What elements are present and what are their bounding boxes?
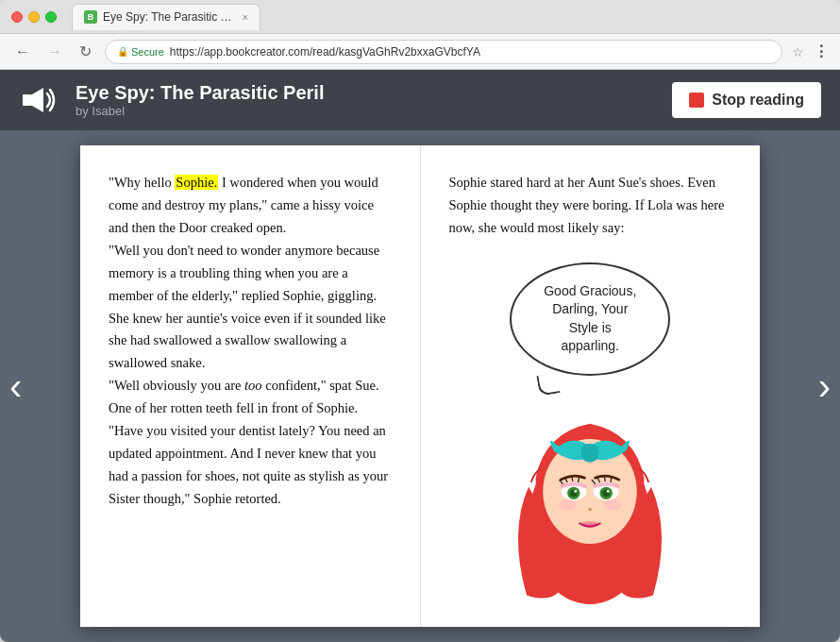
- tab-title: Eye Spy: The Parasitic Peril by ...: [103, 10, 235, 24]
- back-button[interactable]: ←: [11, 42, 34, 61]
- more-options-button[interactable]: ⋮: [814, 42, 829, 60]
- speaker-button[interactable]: [19, 79, 60, 121]
- app-header: Eye Spy: The Parasitic Peril by Isabel S…: [0, 70, 840, 130]
- lock-icon: 🔒: [117, 46, 128, 57]
- svg-rect-0: [23, 94, 32, 106]
- maximize-button[interactable]: [45, 11, 57, 23]
- bookmark-button[interactable]: ☆: [792, 44, 804, 59]
- right-text: Sophie stared hard at her Aunt Sue's sho…: [449, 172, 732, 240]
- svg-point-5: [581, 444, 599, 458]
- italic-word: too: [244, 378, 262, 393]
- illustration: Good Gracious,Darling, YourStyle isappar…: [449, 255, 732, 604]
- book-title-section: Eye Spy: The Parasitic Peril by Isabel: [76, 82, 657, 118]
- url-bar: ← → ↻ 🔒 Secure https://app.bookcreator.c…: [0, 34, 840, 70]
- browser-window: B Eye Spy: The Parasitic Peril by ... × …: [0, 0, 840, 642]
- next-page-button[interactable]: ›: [809, 358, 840, 414]
- left-text: "Why hello Sophie. I wondered when you w…: [109, 175, 388, 506]
- svg-line-13: [579, 477, 580, 482]
- close-button[interactable]: [11, 11, 23, 23]
- svg-marker-1: [32, 88, 43, 112]
- speaker-icon: [23, 86, 57, 114]
- speech-bubble-text: Good Gracious,Darling, YourStyle isappar…: [544, 282, 636, 356]
- url-display: https://app.bookcreator.com/read/kasgVaG…: [170, 45, 770, 59]
- forward-button[interactable]: →: [43, 42, 66, 61]
- minimize-button[interactable]: [28, 11, 40, 23]
- stop-reading-button[interactable]: Stop reading: [672, 82, 821, 118]
- traffic-lights: [11, 11, 57, 23]
- svg-point-24: [604, 499, 622, 510]
- prev-page-button[interactable]: ‹: [0, 358, 31, 414]
- character-svg: [496, 397, 684, 604]
- speech-bubble: Good Gracious,Darling, YourStyle isappar…: [510, 262, 670, 376]
- stop-icon: [689, 93, 704, 108]
- reload-button[interactable]: ↻: [76, 42, 95, 61]
- svg-point-9: [575, 490, 578, 493]
- stop-reading-label: Stop reading: [712, 92, 804, 109]
- highlighted-name: Sophie.: [175, 175, 218, 190]
- active-tab[interactable]: B Eye Spy: The Parasitic Peril by ... ×: [72, 4, 260, 30]
- url-input[interactable]: 🔒 Secure https://app.bookcreator.com/rea…: [105, 40, 782, 64]
- speech-bubble-wrap: Good Gracious,Darling, YourStyle isappar…: [510, 262, 670, 376]
- book-page: "Why hello Sophie. I wondered when you w…: [80, 145, 760, 627]
- reader-area: ‹ "Why hello Sophie. I wondered when you…: [0, 130, 840, 642]
- title-bar: B Eye Spy: The Parasitic Peril by ... ×: [0, 0, 840, 34]
- secure-badge: 🔒 Secure: [117, 46, 164, 58]
- character-illustration: [496, 397, 684, 604]
- svg-point-17: [607, 490, 610, 493]
- book-title: Eye Spy: The Parasitic Peril: [76, 82, 657, 104]
- tab-close-button[interactable]: ×: [243, 11, 248, 23]
- page-right: Sophie stared hard at her Aunt Sue's sho…: [421, 145, 761, 627]
- svg-point-23: [559, 499, 577, 510]
- book-author: by Isabel: [76, 104, 657, 118]
- tab-favicon: B: [84, 10, 97, 24]
- svg-point-22: [588, 507, 592, 511]
- tab-bar: B Eye Spy: The Parasitic Peril by ... ×: [72, 4, 829, 30]
- page-left: "Why hello Sophie. I wondered when you w…: [80, 145, 421, 627]
